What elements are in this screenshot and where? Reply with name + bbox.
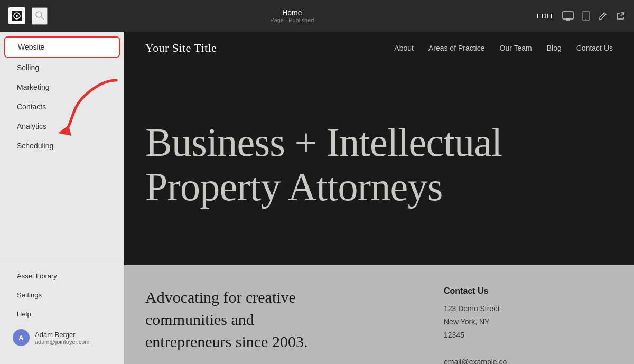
content-section: Advocating for creative communities and … bbox=[124, 265, 634, 364]
sidebar-item-help[interactable]: Help bbox=[4, 305, 120, 323]
avatar: A bbox=[13, 329, 30, 346]
toolbar-center: Home Page · Published bbox=[270, 8, 314, 23]
site-title: Your Site Title bbox=[145, 41, 217, 55]
user-profile[interactable]: A Adam Berger adam@joinfoyer.com bbox=[0, 324, 124, 351]
content-right: Contact Us 123 Demo Street New York, NY … bbox=[444, 286, 613, 364]
page-title: Home bbox=[282, 8, 302, 17]
squarespace-logo[interactable] bbox=[8, 7, 25, 24]
svg-line-3 bbox=[41, 17, 44, 20]
tagline: Advocating for creative communities and … bbox=[145, 286, 412, 353]
external-link-icon[interactable] bbox=[616, 11, 626, 21]
sidebar-item-settings[interactable]: Settings bbox=[4, 286, 120, 304]
nav-item-about[interactable]: About bbox=[394, 44, 414, 52]
toolbar-left bbox=[8, 7, 48, 25]
nav-item-team[interactable]: Our Team bbox=[500, 44, 532, 52]
sidebar-item-marketing[interactable]: Marketing bbox=[4, 78, 120, 97]
nav-item-blog[interactable]: Blog bbox=[547, 44, 562, 52]
sidebar-item-selling[interactable]: Selling bbox=[4, 58, 120, 77]
top-toolbar: Home Page · Published EDIT bbox=[0, 0, 634, 32]
content-left: Advocating for creative communities and … bbox=[145, 286, 412, 364]
sidebar-item-contacts[interactable]: Contacts bbox=[4, 97, 120, 116]
pen-icon[interactable] bbox=[598, 11, 608, 21]
toolbar-right: EDIT bbox=[537, 11, 626, 21]
main-layout: Website Selling Marketing Contacts Analy… bbox=[0, 32, 634, 364]
sidebar-nav: Website Selling Marketing Contacts Analy… bbox=[0, 36, 124, 257]
sidebar-item-analytics[interactable]: Analytics bbox=[4, 117, 120, 136]
page-status: Page · Published bbox=[270, 17, 314, 23]
search-button[interactable] bbox=[32, 7, 48, 25]
user-name: Adam Berger bbox=[35, 331, 90, 339]
svg-point-1 bbox=[16, 15, 18, 17]
contact-address: 123 Demo Street New York, NY 12345 email… bbox=[444, 302, 613, 364]
svg-point-2 bbox=[36, 12, 42, 17]
sidebar-item-scheduling[interactable]: Scheduling bbox=[4, 136, 120, 155]
user-info: Adam Berger adam@joinfoyer.com bbox=[35, 331, 90, 345]
sidebar-bottom-nav: Asset Library Settings Help A Adam Berge… bbox=[0, 262, 124, 360]
sidebar-item-asset-library[interactable]: Asset Library bbox=[4, 267, 120, 285]
site-navbar: Your Site Title About Areas of Practice … bbox=[124, 32, 634, 64]
user-email: adam@joinfoyer.com bbox=[35, 339, 90, 345]
desktop-view-icon[interactable] bbox=[562, 11, 574, 21]
sidebar: Website Selling Marketing Contacts Analy… bbox=[0, 32, 124, 364]
hero-title: Business + Intellectual Property Attorne… bbox=[145, 120, 502, 209]
svg-point-8 bbox=[585, 19, 586, 20]
svg-rect-4 bbox=[563, 12, 573, 19]
sidebar-item-website[interactable]: Website bbox=[4, 36, 120, 58]
preview-area: Your Site Title About Areas of Practice … bbox=[124, 32, 634, 364]
mobile-view-icon[interactable] bbox=[582, 11, 590, 21]
contact-heading: Contact Us bbox=[444, 286, 613, 296]
nav-item-areas[interactable]: Areas of Practice bbox=[428, 44, 485, 52]
site-nav: About Areas of Practice Our Team Blog Co… bbox=[394, 44, 613, 52]
edit-button[interactable]: EDIT bbox=[537, 12, 554, 20]
svg-line-10 bbox=[621, 13, 624, 16]
svg-line-9 bbox=[603, 14, 605, 15]
nav-item-contact[interactable]: Contact Us bbox=[576, 44, 613, 52]
hero-section: Business + Intellectual Property Attorne… bbox=[124, 64, 634, 265]
